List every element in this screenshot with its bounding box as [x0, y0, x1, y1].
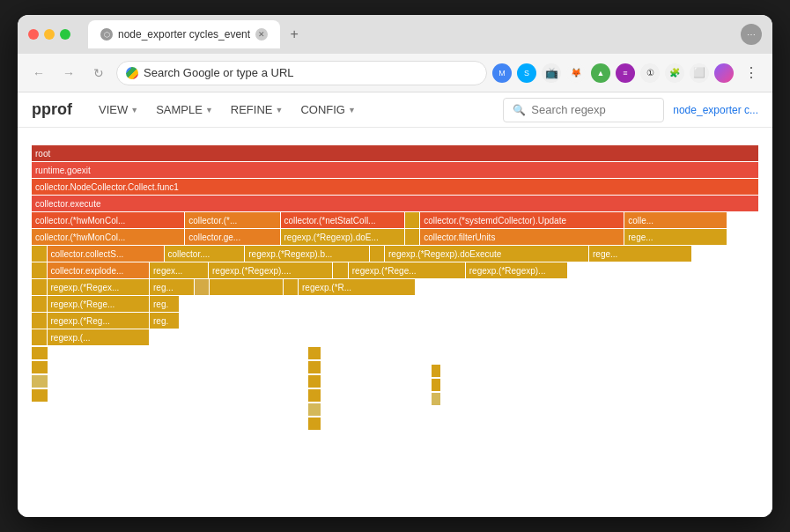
back-button[interactable]: ← — [26, 61, 51, 85]
extensions-button[interactable]: 🧩 — [665, 63, 684, 83]
flame-bar-root[interactable]: root — [32, 145, 758, 161]
minimize-button[interactable] — [44, 29, 55, 40]
google-icon — [126, 67, 138, 79]
flame-row-0: root — [32, 145, 758, 161]
flame-bar-small6[interactable] — [333, 262, 348, 278]
flame-bar-explode[interactable]: collector.explode... — [48, 262, 150, 278]
nav-icon-5[interactable]: ▲ — [591, 63, 610, 83]
flame-bar-filterunits[interactable]: collector.filterUnits — [420, 229, 624, 245]
flame-bar-regexp-dot3[interactable]: regexp.(... — [48, 329, 150, 345]
node-exporter-link[interactable]: node_exporter c... — [673, 104, 758, 116]
flame-bar-small5[interactable] — [32, 262, 47, 278]
flame-bar-cr-3[interactable] — [432, 393, 440, 405]
flame-bar-small9[interactable] — [284, 279, 299, 295]
sample-arrow-icon: ▼ — [205, 106, 213, 115]
menu-view[interactable]: VIEW ▼ — [90, 98, 147, 122]
flame-bar-small2[interactable] — [405, 229, 420, 245]
flame-bar-small8[interactable] — [210, 279, 283, 295]
flame-bar-reg2[interactable]: reg... — [150, 279, 194, 295]
flame-bar-execute[interactable]: collector.execute — [32, 196, 758, 211]
flame-bar-small11[interactable] — [32, 313, 47, 329]
flame-bar-left-1[interactable] — [32, 347, 48, 359]
nav-icon-7[interactable]: ① — [640, 63, 660, 83]
flame-bar-doexecute[interactable]: regexp.(*Regexp).doExecute — [385, 246, 588, 262]
refresh-button[interactable]: ↻ — [86, 61, 111, 85]
flame-bar-small3[interactable] — [32, 246, 47, 262]
flame-bar-reg3[interactable]: reg. — [150, 296, 179, 312]
flame-bar-regexp-rege[interactable]: regexp.(*Rege... — [349, 262, 465, 278]
nav-icon-4[interactable]: 🦊 — [566, 63, 586, 83]
flame-bar-cl-6[interactable] — [308, 417, 321, 430]
tab-extension-button[interactable]: ⋯ — [741, 24, 762, 45]
nav-icon-6[interactable]: ≡ — [616, 63, 635, 83]
flame-bar-small7[interactable] — [32, 279, 47, 295]
flame-bar-netstat[interactable]: collector.(*netStatColl... — [281, 212, 404, 228]
flame-bar-rege3[interactable]: regexp.(*Rege... — [48, 296, 150, 312]
flame-bar-yellow1[interactable] — [195, 279, 210, 295]
address-bar[interactable]: Search Google or type a URL — [116, 61, 487, 85]
nav-icon-1[interactable]: M — [492, 63, 512, 83]
flame-row-5: collector.(*hwMonCol... collector.ge... … — [32, 229, 758, 245]
flame-bar-cl-5[interactable] — [308, 403, 321, 416]
flame-bar-regexp-last[interactable]: regexp.(*Regexp)... — [466, 262, 568, 278]
flame-bar-reg4[interactable]: regexp.(*Reg... — [48, 313, 150, 329]
menu-button[interactable]: ⋮ — [739, 61, 764, 85]
flame-bar-systemd[interactable]: collector.(*systemdCollector).Update — [420, 212, 624, 228]
forward-button[interactable]: → — [56, 61, 81, 85]
menu-refine[interactable]: REFINE ▼ — [222, 98, 292, 122]
flame-bar-left-3[interactable] — [32, 375, 48, 388]
flame-bar-cl-4[interactable] — [308, 389, 321, 402]
flame-container: root runtime.goexit collector.NodeCollec… — [32, 145, 758, 453]
address-text: Search Google or type a URL — [144, 66, 477, 79]
flame-bar-rege-end[interactable]: rege... — [624, 229, 727, 245]
flame-bar-hw1[interactable]: collector.(*hwMonCol... — [32, 212, 184, 228]
titlebar: ⬡ node_exporter cycles_event ✕ + ⋯ — [18, 15, 772, 54]
flame-bar-small12[interactable] — [32, 329, 47, 345]
menu-config-label: CONFIG — [300, 103, 345, 116]
flame-bar-left-2[interactable] — [32, 361, 48, 373]
flame-bar-collect-s[interactable]: collector.collectS... — [48, 246, 164, 262]
nav-icon-2[interactable]: S — [517, 63, 536, 83]
flame-bar-ge[interactable]: collector.ge... — [185, 229, 279, 245]
nav-icon-3[interactable]: 📺 — [542, 63, 561, 83]
flame-stack-left — [32, 347, 48, 402]
tab-label: node_exporter cycles_event — [118, 28, 250, 41]
flame-bar-regexp-r[interactable]: regexp.(*R... — [299, 279, 415, 295]
flame-bar-regexp-b[interactable]: regexp.(*Regexp).b... — [245, 246, 368, 262]
flame-bar-regexp-doe[interactable]: regexp.(*Regexp).doE... — [281, 229, 404, 245]
cast-button[interactable]: ⬜ — [690, 63, 709, 83]
flame-bar-cl-3[interactable] — [308, 375, 321, 388]
flame-bar-regex-s[interactable]: regex... — [150, 262, 208, 278]
flame-bar-col2[interactable]: collector.(*... — [185, 212, 279, 228]
active-tab[interactable]: ⬡ node_exporter cycles_event ✕ — [88, 20, 280, 48]
flame-bar-rege-end2[interactable]: rege... — [589, 246, 691, 262]
tab-close-button[interactable]: ✕ — [255, 28, 268, 41]
flame-bar-col-dot[interactable]: collector.... — [165, 246, 245, 262]
profile-avatar[interactable] — [714, 63, 734, 83]
flame-bar-small4[interactable] — [370, 246, 385, 262]
flame-bar-small1[interactable] — [405, 212, 420, 228]
search-input[interactable] — [531, 103, 654, 116]
flame-bar-left-4[interactable] — [32, 389, 48, 402]
flame-bar-col-end[interactable]: colle... — [624, 212, 727, 228]
flame-bar-cl-1[interactable] — [308, 347, 321, 359]
menu-sample[interactable]: SAMPLE ▼ — [147, 98, 222, 122]
flame-bar-hw2[interactable]: collector.(*hwMonCol... — [32, 229, 184, 245]
fullscreen-button[interactable] — [60, 29, 70, 40]
flame-bar-regex2[interactable]: regexp.(*Regex... — [48, 279, 150, 295]
menu-view-label: VIEW — [99, 103, 128, 116]
flame-bar-cr-1[interactable] — [432, 365, 440, 377]
flame-bar-goexit[interactable]: runtime.goexit — [32, 162, 758, 178]
flame-row-6: collector.collectS... collector.... rege… — [32, 246, 758, 262]
flame-bar-cr-2[interactable] — [432, 379, 440, 391]
flame-bar-small10[interactable] — [32, 296, 47, 312]
flame-bar-collect-func1[interactable]: collector.NodeCollector.Collect.func1 — [32, 179, 758, 195]
flame-bar-cl-2[interactable] — [308, 361, 321, 373]
flame-bar-reg-d[interactable]: reg. — [150, 313, 179, 329]
new-tab-button[interactable]: + — [284, 24, 305, 45]
flame-row-7: collector.explode... regex... regexp.(*R… — [32, 262, 758, 278]
menu-config[interactable]: CONFIG ▼ — [292, 98, 364, 122]
close-button[interactable] — [28, 29, 39, 40]
search-box[interactable]: 🔍 — [503, 98, 664, 122]
flame-bar-regexp-dots[interactable]: regexp.(*Regexp).... — [209, 262, 332, 278]
